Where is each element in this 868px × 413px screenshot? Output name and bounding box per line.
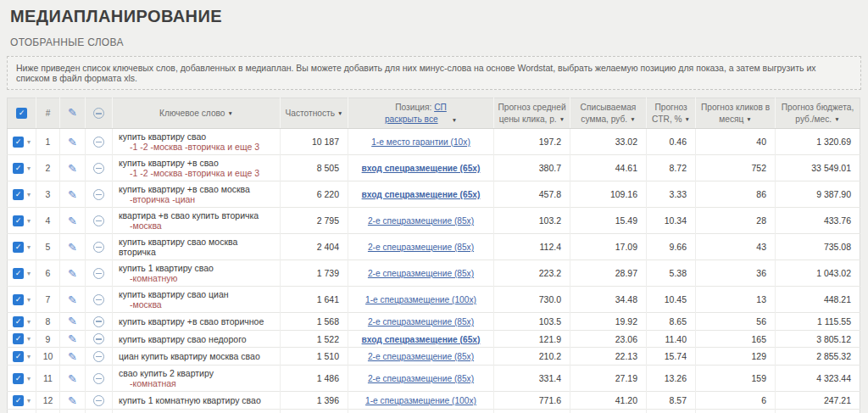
table-row: ✓▾5✎купить квартиру свао москва вторичка… xyxy=(8,234,860,260)
budget-value: 448.21 xyxy=(776,287,860,313)
minus-circle-icon[interactable] xyxy=(93,333,104,344)
col-avg-click-price[interactable]: Прогноз средней цены клика, р.▼ xyxy=(494,98,570,129)
position-link[interactable]: 1-е место гарантии (10x) xyxy=(371,137,470,147)
pencil-icon[interactable]: ✎ xyxy=(68,315,77,326)
col-budget[interactable]: Прогноз бюджета, руб./мес.▼ xyxy=(776,98,860,129)
row-number: 11 xyxy=(36,366,60,392)
row-checkbox[interactable]: ✓ xyxy=(13,268,24,279)
pencil-icon[interactable]: ✎ xyxy=(68,215,77,226)
caret-down-icon[interactable]: ▾ xyxy=(27,353,31,360)
row-checkbox[interactable]: ✓ xyxy=(13,333,24,344)
pencil-icon[interactable]: ✎ xyxy=(68,351,77,362)
col-charged-sum[interactable]: Списываемая сумма, руб.▼ xyxy=(570,98,647,129)
minus-circle-icon[interactable] xyxy=(93,137,104,148)
pencil-icon[interactable]: ✎ xyxy=(68,242,77,253)
charged-sum-value: 22.13 xyxy=(570,348,647,366)
row-checkbox[interactable]: ✓ xyxy=(13,316,24,327)
row-checkbox[interactable]: ✓ xyxy=(13,351,24,362)
row-remove-cell xyxy=(86,208,113,234)
budget-value: 4 323.44 xyxy=(776,366,860,392)
row-checkbox[interactable]: ✓ xyxy=(13,242,24,253)
pencil-icon[interactable]: ✎ xyxy=(68,395,77,406)
budget-value: 247.21 xyxy=(776,392,860,410)
caret-down-icon[interactable]: ▾ xyxy=(27,138,31,146)
keyword-text: купить квартиру свао москва вторичка xyxy=(119,237,276,257)
sort-icon: ▼ xyxy=(685,116,690,122)
row-checkbox[interactable]: ✓ xyxy=(13,189,24,200)
caret-down-icon[interactable]: ▾ xyxy=(27,217,31,225)
minus-circle-icon[interactable] xyxy=(93,215,104,226)
avg-click-price-value: 103.2 xyxy=(494,208,570,234)
pencil-icon[interactable]: ✎ xyxy=(68,137,77,148)
position-link[interactable]: 2-е спецразмещение (85x) xyxy=(368,374,474,383)
minus-circle-icon[interactable] xyxy=(93,189,104,200)
caret-down-icon[interactable]: ▾ xyxy=(27,296,31,304)
position-cell: 2-е спецразмещение (85x) xyxy=(348,313,494,331)
position-expand-all-link[interactable]: раскрыть все xyxy=(385,114,438,124)
position-link[interactable]: 2-е спецразмещение (85x) xyxy=(368,243,474,252)
clicks-value: 56 xyxy=(696,313,776,331)
position-link[interactable]: 2-е спецразмещение (85x) xyxy=(368,352,474,361)
position-link[interactable]: 2-е спецразмещение (85x) xyxy=(368,216,474,226)
position-sp-link[interactable]: СП xyxy=(434,103,447,112)
caret-down-icon[interactable]: ▾ xyxy=(27,165,31,172)
position-link[interactable]: 1-е спецразмещение (100x) xyxy=(365,295,476,304)
row-number: 12 xyxy=(36,392,60,410)
position-link[interactable]: вход спецразмещение (65x) xyxy=(362,335,481,344)
minus-circle-icon[interactable] xyxy=(93,242,104,253)
position-link[interactable]: вход спецразмещение (65x) xyxy=(362,190,481,199)
media-planning-page: МЕДИАПЛАНИРОВАНИЕ ОТОБРАННЫЕ СЛОВА Ниже … xyxy=(0,0,868,413)
row-edit-cell: ✎ xyxy=(60,155,86,181)
col-frequency[interactable]: Частотность▼ xyxy=(281,98,348,129)
caret-down-icon[interactable]: ▾ xyxy=(27,191,31,198)
avg-click-price-value: 121.9 xyxy=(494,330,570,348)
pencil-icon[interactable]: ✎ xyxy=(68,268,77,279)
row-checkbox[interactable]: ✓ xyxy=(13,215,24,226)
caret-down-icon[interactable]: ▾ xyxy=(27,243,31,251)
minus-circle-icon[interactable] xyxy=(93,268,104,279)
table-row: ✓▾2✎купить квартиру +в свао-1 -2 -москва… xyxy=(8,155,860,181)
col-keyword[interactable]: Ключевое слово▼ xyxy=(113,98,281,129)
pencil-icon[interactable]: ✎ xyxy=(68,163,77,174)
col-ctr[interactable]: Прогноз CTR, %▼ xyxy=(647,98,696,129)
budget-value: 33 549.01 xyxy=(776,155,860,181)
position-link[interactable]: 1-е спецразмещение (100x) xyxy=(365,396,476,405)
caret-down-icon[interactable]: ▾ xyxy=(27,397,31,405)
avg-click-price-value: 457.8 xyxy=(494,181,570,208)
pencil-icon[interactable]: ✎ xyxy=(68,333,77,344)
caret-down-icon[interactable]: ▾ xyxy=(27,375,31,382)
position-link[interactable]: вход спецразмещение (65x) xyxy=(362,164,481,173)
position-link[interactable]: 2-е спецразмещение (85x) xyxy=(368,317,474,326)
caret-down-icon[interactable]: ▾ xyxy=(27,335,31,343)
minus-circle-icon[interactable] xyxy=(93,395,104,406)
row-checkbox[interactable]: ✓ xyxy=(13,294,24,305)
select-all-checkbox[interactable]: ✓ xyxy=(16,108,27,119)
minus-circle-icon[interactable] xyxy=(93,163,104,174)
minus-circle-icon[interactable] xyxy=(93,294,104,305)
row-checkbox[interactable]: ✓ xyxy=(13,163,24,174)
row-number: 4 xyxy=(36,208,60,234)
minus-circle-icon[interactable] xyxy=(93,316,104,327)
minus-circle-icon[interactable] xyxy=(93,373,104,384)
row-remove-cell xyxy=(86,409,113,413)
row-checkbox[interactable]: ✓ xyxy=(13,137,24,148)
row-checkbox[interactable]: ✓ xyxy=(13,395,24,406)
col-clicks-month[interactable]: Прогноз кликов в месяц▼ xyxy=(696,98,776,129)
pencil-icon[interactable]: ✎ xyxy=(68,189,77,200)
frequency-value: 6 220 xyxy=(281,181,348,208)
position-link[interactable]: 2-е спецразмещение (85x) xyxy=(368,269,474,278)
position-cell: 1-е спецразмещение (100x) xyxy=(348,287,494,313)
pencil-icon[interactable]: ✎ xyxy=(68,373,77,384)
frequency-value: 10 187 xyxy=(281,129,348,155)
keyword-cell: купить квартиру свао недорого xyxy=(113,330,281,348)
ctr-value: 8.57 xyxy=(647,392,696,410)
check-icon: ✓ xyxy=(15,318,22,326)
budget-value: 1 115.55 xyxy=(776,313,860,331)
pencil-icon[interactable]: ✎ xyxy=(68,294,77,305)
table-row: ✓▾13✎2 комнатная квартира свао купить1 3… xyxy=(8,409,860,413)
check-icon: ✓ xyxy=(15,191,22,198)
caret-down-icon[interactable]: ▾ xyxy=(27,318,31,326)
row-checkbox[interactable]: ✓ xyxy=(13,373,24,384)
minus-circle-icon[interactable] xyxy=(93,351,104,362)
caret-down-icon[interactable]: ▾ xyxy=(27,270,31,277)
